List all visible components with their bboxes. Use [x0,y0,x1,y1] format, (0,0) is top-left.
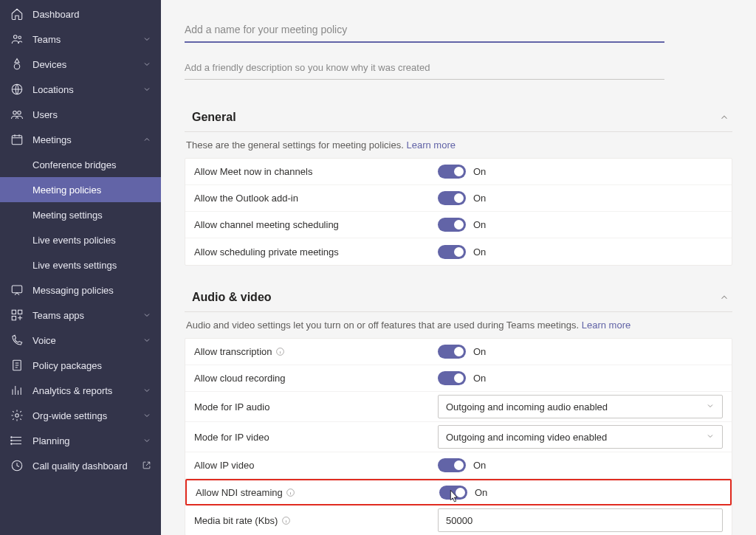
section-desc: Audio and video settings let you turn on… [185,320,732,331]
setting-row-ndi-streaming: Allow NDI streaming On [185,479,732,505]
info-icon[interactable] [281,515,291,525]
sidebar-item-org-settings[interactable]: Org-wide settings [0,403,161,428]
sidebar-item-label: Meeting settings [32,210,103,221]
external-link-icon [142,460,152,471]
call-quality-icon [10,459,24,472]
toggle-meet-now[interactable] [438,165,466,179]
setting-row: Mode for IP audio Outgoing and incoming … [185,392,732,422]
sidebar-item-locations[interactable]: Locations [0,77,161,102]
toggle-value: On [473,460,486,471]
chevron-up-icon [719,112,729,122]
setting-row: Allow transcription On [185,339,732,365]
section-title: General [192,111,236,124]
chevron-down-icon [142,59,152,69]
toggle-ip-video[interactable] [438,458,466,472]
sidebar-item-analytics[interactable]: Analytics & reports [0,378,161,403]
sidebar: Dashboard Teams Devices Locations Users [0,0,161,535]
svg-point-12 [16,414,19,418]
select-ip-video-mode[interactable]: Outgoing and incoming video enabled [438,425,723,449]
svg-point-13 [11,437,13,438]
toggle-value: On [473,219,486,230]
policy-name-input[interactable] [185,18,664,43]
toggle-cloud-recording[interactable] [438,371,466,385]
messaging-icon [10,283,24,297]
sidebar-item-label: Teams [32,34,142,45]
toggle-private-meetings[interactable] [438,245,466,259]
chevron-down-icon [142,335,152,345]
setting-label: Media bit rate (Kbs) [194,515,438,526]
info-icon[interactable] [275,347,286,357]
toggle-outlook-addin[interactable] [438,191,466,205]
toggle-value: On [473,166,486,177]
sidebar-item-label: Call quality dashboard [32,460,137,472]
svg-rect-9 [18,310,22,314]
learn-more-link[interactable]: Learn more [406,139,455,151]
policy-icon [10,359,24,372]
setting-label: Allow Meet now in channels [194,166,438,177]
svg-point-14 [11,440,13,441]
toggle-transcription[interactable] [438,345,466,359]
chevron-down-icon [142,410,152,421]
setting-label: Allow scheduling private meetings [194,246,438,258]
input-media-bit-rate[interactable] [438,508,723,532]
sidebar-sub-live-events-settings[interactable]: Live events settings [0,252,161,277]
sidebar-item-call-quality[interactable]: Call quality dashboard [0,453,161,478]
org-icon [10,409,24,422]
meetings-icon [10,133,24,146]
teams-icon [10,32,24,46]
sidebar-item-dashboard[interactable]: Dashboard [0,1,161,27]
sidebar-item-label: Analytics & reports [32,385,142,396]
sidebar-item-teams[interactable]: Teams [0,27,161,52]
section-audio-video: Audio & video Audio and video settings l… [185,286,732,535]
section-header-av[interactable]: Audio & video [185,286,732,312]
policy-desc-input[interactable] [185,56,664,80]
setting-label: Allow transcription [194,346,438,357]
sidebar-item-label: Meeting policies [32,184,101,196]
select-ip-audio-mode[interactable]: Outgoing and incoming audio enabled [438,395,723,418]
sidebar-sub-live-events-policies[interactable]: Live events policies [0,227,161,252]
sidebar-item-label: Org-wide settings [32,410,142,421]
toggle-ndi-streaming[interactable] [439,486,467,500]
svg-point-2 [14,63,20,69]
info-icon[interactable] [286,487,296,497]
sidebar-sub-meeting-settings[interactable]: Meeting settings [0,202,161,227]
svg-rect-10 [12,317,16,320]
settings-card-general: Allow Meet now in channels On Allow the … [185,158,732,266]
sidebar-item-meetings[interactable]: Meetings [0,127,161,152]
chevron-down-icon [142,84,152,94]
sidebar-sub-meeting-policies[interactable]: Meeting policies [0,177,161,202]
users-icon [10,108,24,121]
setting-row: Allow cloud recording On [185,365,732,392]
setting-row: Allow Meet now in channels On [185,159,732,185]
svg-point-5 [18,111,21,115]
sidebar-item-devices[interactable]: Devices [0,52,161,77]
toggle-channel-scheduling[interactable] [438,218,466,232]
sidebar-item-label: Conference bridges [32,159,116,170]
sidebar-item-users[interactable]: Users [0,102,161,127]
home-icon [10,7,24,21]
sidebar-item-voice[interactable]: Voice [0,328,161,353]
planning-icon [10,434,24,447]
sidebar-item-label: Teams apps [32,310,142,321]
sidebar-item-policy-packages[interactable]: Policy packages [0,353,161,378]
sidebar-item-label: Live events settings [32,260,117,271]
sidebar-item-label: Devices [32,59,142,70]
svg-point-1 [18,36,21,38]
setting-label: Allow NDI streaming [196,487,439,498]
chevron-down-icon [706,432,715,443]
apps-icon [10,308,24,322]
toggle-value: On [473,246,486,258]
sidebar-item-teams-apps[interactable]: Teams apps [0,303,161,328]
sidebar-item-label: Live events policies [32,235,116,246]
select-value: Outgoing and incoming video enabled [446,432,607,443]
sidebar-item-label: Users [32,109,152,120]
svg-point-4 [13,111,17,115]
section-header-general[interactable]: General [185,106,732,132]
sidebar-item-planning[interactable]: Planning [0,428,161,453]
sidebar-sub-conference-bridges[interactable]: Conference bridges [0,152,161,177]
sidebar-item-label: Policy packages [32,360,152,371]
setting-row: Allow channel meeting scheduling On [185,212,732,238]
learn-more-link[interactable]: Learn more [582,320,630,331]
sidebar-item-messaging-policies[interactable]: Messaging policies [0,277,161,303]
chevron-down-icon [142,385,152,396]
